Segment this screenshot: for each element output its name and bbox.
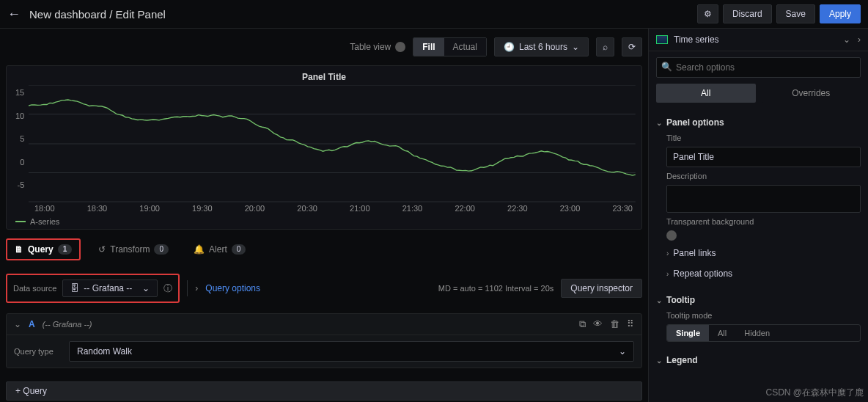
- legend: A-series: [12, 213, 636, 226]
- discard-button[interactable]: Discard: [723, 4, 772, 23]
- query-options-link[interactable]: Query options: [205, 283, 260, 293]
- section-legend[interactable]: Legend: [656, 351, 861, 370]
- drag-handle-icon[interactable]: ⠿: [627, 318, 634, 330]
- tab-transform-label: Transform: [110, 244, 150, 255]
- toggle-dot-icon: [395, 42, 405, 52]
- x-tick: 23:30: [612, 204, 633, 213]
- tooltip-mode-label: Tooltip mode: [666, 311, 861, 320]
- query-type-select[interactable]: Random Walk ⌄: [69, 341, 634, 362]
- tab-alert-label: Alert: [209, 244, 227, 255]
- section-tooltip[interactable]: Tooltip: [656, 290, 861, 310]
- add-query-button[interactable]: + Query: [6, 381, 642, 401]
- x-tick: 23:00: [560, 204, 581, 213]
- query-type-label: Query type: [14, 347, 62, 356]
- section-panel-options[interactable]: Panel options: [656, 113, 861, 132]
- back-arrow-icon[interactable]: ←: [7, 7, 21, 22]
- x-tick: 19:00: [139, 204, 160, 213]
- section-panel-options-label: Panel options: [666, 117, 724, 128]
- apply-button[interactable]: Apply: [820, 4, 861, 23]
- x-tick: 21:30: [402, 204, 423, 213]
- query-sub: (-- Grafana --): [43, 320, 92, 329]
- chevron-right-icon: [666, 249, 669, 257]
- panel-links-row[interactable]: Panel links: [666, 245, 861, 261]
- viz-name: Time series: [674, 34, 719, 45]
- tab-transform[interactable]: ↺ Transform 0: [91, 240, 176, 259]
- separator: [187, 280, 188, 296]
- x-tick: 22:00: [455, 204, 475, 213]
- x-tick: 20:30: [297, 204, 317, 213]
- panel-links-label: Panel links: [673, 248, 716, 258]
- y-tick: 5: [20, 134, 24, 143]
- actual-option[interactable]: Actual: [444, 38, 486, 56]
- md-info: MD = auto = 1102 Interval = 20s: [438, 284, 553, 293]
- search-options-input[interactable]: [656, 57, 861, 78]
- datasource-row: Data source 🗄 -- Grafana -- ⌄ ⓘ › Query …: [6, 269, 642, 307]
- breadcrumb: New dashboard / Edit Panel: [29, 8, 166, 21]
- tab-overrides[interactable]: Overrides: [762, 84, 861, 103]
- y-tick: -5: [17, 180, 24, 189]
- plot-area[interactable]: [29, 85, 636, 202]
- query-tabs: 🗎 Query 1 ↺ Transform 0 🔔 Alert 0: [6, 235, 642, 263]
- repeat-options-label: Repeat options: [673, 268, 732, 279]
- x-tick: 20:00: [245, 204, 265, 213]
- settings-button[interactable]: ⚙: [697, 4, 718, 23]
- main-column: Table view Fill Actual 🕘 Last 6 hours ⌄ …: [0, 29, 648, 402]
- y-tick: 10: [15, 112, 24, 120]
- transparent-label: Transparent background: [666, 217, 861, 226]
- datasource-select[interactable]: 🗄 -- Grafana -- ⌄: [62, 279, 158, 297]
- x-tick: 18:30: [87, 204, 108, 213]
- fill-option[interactable]: Fill: [413, 38, 444, 56]
- tab-query[interactable]: 🗎 Query 1: [6, 238, 81, 260]
- chevron-right-icon[interactable]: ›: [858, 34, 861, 45]
- chart-toolbar: Table view Fill Actual 🕘 Last 6 hours ⌄ …: [6, 34, 642, 59]
- query-type-value: Random Walk: [77, 346, 132, 357]
- tab-all[interactable]: All: [656, 84, 756, 103]
- toggle-query-icon[interactable]: 👁: [593, 318, 603, 330]
- x-axis: 18:0018:3019:0019:3020:0020:3021:0021:30…: [12, 202, 636, 213]
- x-tick: 22:30: [507, 204, 528, 213]
- fit-segmented: Fill Actual: [413, 37, 487, 56]
- chevron-down-icon: [656, 119, 662, 127]
- refresh-icon: ⟳: [628, 42, 636, 52]
- transparent-toggle[interactable]: [666, 230, 677, 241]
- chevron-down-icon[interactable]: ⌄: [14, 319, 21, 329]
- query-tab-icon: 🗎: [15, 244, 23, 255]
- clock-icon: 🕘: [504, 42, 515, 52]
- tooltip-mode-hidden[interactable]: Hidden: [735, 325, 779, 341]
- delete-query-icon[interactable]: 🗑: [610, 318, 619, 330]
- chevron-down-icon: [656, 357, 662, 365]
- x-tick: 19:30: [192, 204, 213, 213]
- datasource-default-icon: 🗄: [70, 283, 79, 293]
- y-tick: 15: [15, 88, 24, 97]
- tooltip-mode-segmented: Single All Hidden: [666, 324, 861, 342]
- section-legend-label: Legend: [666, 355, 698, 365]
- table-view-toggle[interactable]: Table view: [350, 42, 405, 52]
- x-tick: 21:00: [350, 204, 370, 213]
- panel-title: Panel Title: [12, 72, 636, 82]
- duplicate-query-icon[interactable]: ⧉: [579, 318, 586, 330]
- chevron-right-icon: [666, 270, 669, 278]
- tooltip-mode-single[interactable]: Single: [667, 325, 709, 341]
- y-axis: 151050-5: [12, 85, 29, 202]
- transform-tab-icon: ↺: [98, 244, 106, 255]
- tab-alert[interactable]: 🔔 Alert 0: [186, 240, 253, 259]
- alert-tab-icon: 🔔: [194, 244, 205, 255]
- save-button[interactable]: Save: [776, 4, 815, 23]
- zoom-out-button[interactable]: ⌕: [596, 37, 614, 56]
- refresh-button[interactable]: ⟳: [622, 37, 642, 56]
- query-inspector-button[interactable]: Query inspector: [561, 279, 642, 298]
- chevron-down-icon[interactable]: ⌄: [843, 34, 850, 45]
- chevron-right-icon[interactable]: ›: [195, 283, 198, 293]
- description-input[interactable]: [666, 185, 861, 213]
- y-tick: 0: [20, 158, 24, 167]
- transform-count-badge: 0: [154, 244, 169, 255]
- repeat-options-row[interactable]: Repeat options: [666, 266, 861, 282]
- time-range-picker[interactable]: 🕘 Last 6 hours ⌄: [494, 37, 589, 56]
- datasource-label: Data source: [13, 284, 56, 293]
- chevron-down-icon: [656, 296, 662, 304]
- title-input[interactable]: [666, 147, 861, 167]
- datasource-help-icon[interactable]: ⓘ: [163, 282, 172, 295]
- legend-label: A-series: [30, 217, 59, 226]
- tooltip-mode-all[interactable]: All: [709, 325, 735, 341]
- visualization-picker[interactable]: Time series: [656, 34, 719, 45]
